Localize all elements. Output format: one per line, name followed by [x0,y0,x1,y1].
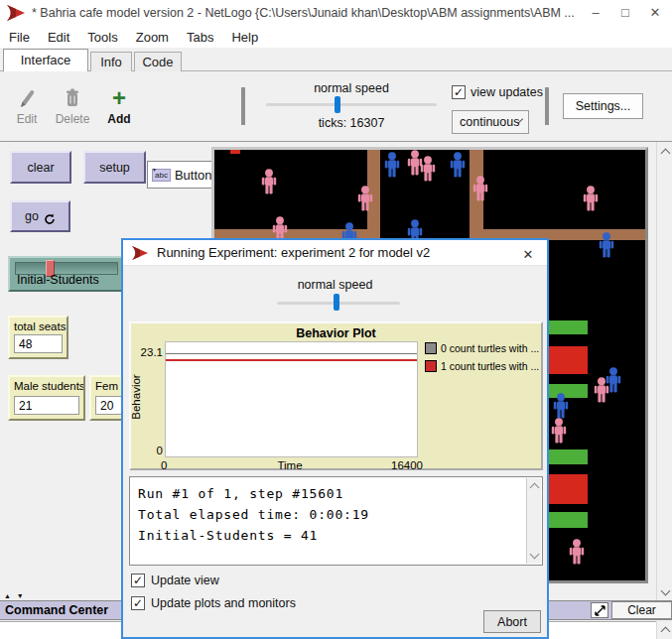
dialog-close-button[interactable]: ✕ [515,244,541,264]
tab-info[interactable]: Info [90,52,132,71]
pink-student-turtle [355,186,375,211]
speed-slider-thumb[interactable] [335,96,340,113]
plot-line-series1 [166,359,417,361]
clear-button[interactable]: clear [10,151,71,184]
window-title: * Bahria cafe model version 2 - NetLogo … [32,6,575,20]
pink-student-turtle [259,169,279,194]
legend-item-1: 1 count turtles with ... [425,360,539,372]
speed-slider-label: normal speed [266,81,437,95]
pink-student-turtle [549,418,569,444]
trash-icon [52,83,93,109]
title-bar: * Bahria cafe model version 2 - NetLogo … [0,0,672,26]
blue-student-turtle [551,393,571,419]
update-plots-checkbox[interactable]: ✓ Update plots and monitors [131,596,296,610]
toolbar-separator [241,87,245,125]
red-turtle-fragment [230,150,240,154]
plot-xmax-tick: 16400 [381,459,423,471]
scroll-up-icon[interactable] [526,478,542,494]
plot-xmin-tick: 0 [161,459,167,471]
plot-x-axis-label: Time [250,459,330,471]
total-seats-monitor: total seats 48 [8,316,68,359]
experiment-console[interactable]: Run #1 of 1, step #15601 Total elapsed t… [129,476,543,566]
menu-help[interactable]: Help [222,30,267,45]
legend-item-0: 0 count turtles with ... [425,342,539,354]
blue-student-turtle [597,232,616,258]
update-view-checkbox[interactable]: ✓ Update view [131,574,219,587]
maximize-button[interactable]: □ [610,0,640,24]
forever-icon [44,213,56,225]
close-button[interactable]: ✕ [640,0,670,24]
menu-bar: File Edit Tools Zoom Tabs Help [0,26,672,48]
scroll-up-icon[interactable] [657,622,672,638]
setup-button[interactable]: setup [83,151,146,184]
behavior-plot: Behavior Plot 23.1 0 Behavior 0 Time 164… [129,321,543,470]
netlogo-flag-icon [6,4,26,22]
dialog-speed-label: normal speed [123,278,547,292]
slider-label: Initial-Students [17,273,99,287]
checkmark-icon: ✓ [131,574,145,587]
checkmark-icon: ✓ [131,596,145,610]
ticks-counter: ticks: 16307 [266,116,437,130]
edit-widget-button[interactable]: Edit [6,83,48,126]
menu-zoom[interactable]: Zoom [127,30,178,45]
command-scrollbar[interactable] [656,621,672,639]
console-text: Run #1 of 1, step #15601 Total elapsed t… [138,483,369,546]
abort-button[interactable]: Abort [483,610,541,633]
pink-student-turtle [592,377,611,403]
scroll-down-icon[interactable] [526,548,542,564]
menu-file[interactable]: File [0,30,39,45]
male-students-monitor: Male students 21 [8,375,85,421]
plot-area [165,341,418,457]
settings-button[interactable]: Settings... [563,93,643,119]
tab-code[interactable]: Code [134,52,182,71]
menu-tabs[interactable]: Tabs [178,30,222,45]
plot-line-series0 [166,353,417,354]
pencil-icon [6,83,48,109]
dialog-title: Running Experiment: experiment 2 for mod… [157,245,430,260]
initial-students-slider[interactable]: Initial-Students [8,256,125,292]
blue-student-turtle [448,152,468,178]
netlogo-flag-icon [131,245,149,261]
plot-title: Behavior Plot [131,326,541,340]
checkmark-icon: ✓ [452,85,466,99]
plot-ymax-tick: 23.1 [133,346,163,358]
running-experiment-dialog: Running Experiment: experiment 2 for mod… [121,238,549,639]
tab-bar: Interface Info Code [0,48,672,71]
blue-student-turtle [382,152,402,178]
plus-icon: + [112,87,126,109]
speed-slider[interactable] [266,103,437,106]
delete-widget-button[interactable]: Delete [52,83,93,126]
dialog-speed-slider-thumb[interactable] [334,294,339,311]
legend-swatch-gray [425,342,437,354]
command-center-splitter[interactable]: ▲ ▼ [4,592,26,599]
command-center-title: Command Center [5,603,108,617]
abc-widget-icon: ▾abc [152,169,171,182]
command-center-clear-button[interactable]: Clear [611,601,672,619]
update-mode-dropdown[interactable]: continuous [452,110,529,134]
dialog-title-bar[interactable]: Running Experiment: experiment 2 for mod… [123,240,547,266]
view-updates-checkbox[interactable]: ✓ view updates [452,85,543,99]
add-widget-button[interactable]: + Add [98,83,140,126]
pink-student-turtle [581,186,601,211]
menu-edit[interactable]: Edit [39,30,78,45]
toolbar-separator-2 [545,87,549,125]
minimize-button[interactable]: – [581,0,610,24]
scroll-up-icon[interactable] [657,144,672,160]
scroll-down-icon[interactable] [657,584,672,600]
pink-student-turtle [470,176,490,201]
export-icon[interactable] [591,602,608,618]
console-scrollbar[interactable] [526,478,541,564]
legend-swatch-red [425,360,437,372]
netlogo-window: * Bahria cafe model version 2 - NetLogo … [0,0,672,639]
tab-interface[interactable]: Interface [3,49,88,71]
pink-student-turtle [418,156,438,182]
toolbar: Edit Delete + Add ▾abc Button ▼ normal s… [0,71,672,142]
main-vertical-scrollbar[interactable] [656,142,672,602]
go-button[interactable]: go [10,200,70,232]
plot-ymin-tick: 0 [133,445,163,456]
pink-student-turtle [567,539,587,565]
plot-y-axis-label: Behavior [130,367,142,427]
menu-tools[interactable]: Tools [78,30,126,45]
